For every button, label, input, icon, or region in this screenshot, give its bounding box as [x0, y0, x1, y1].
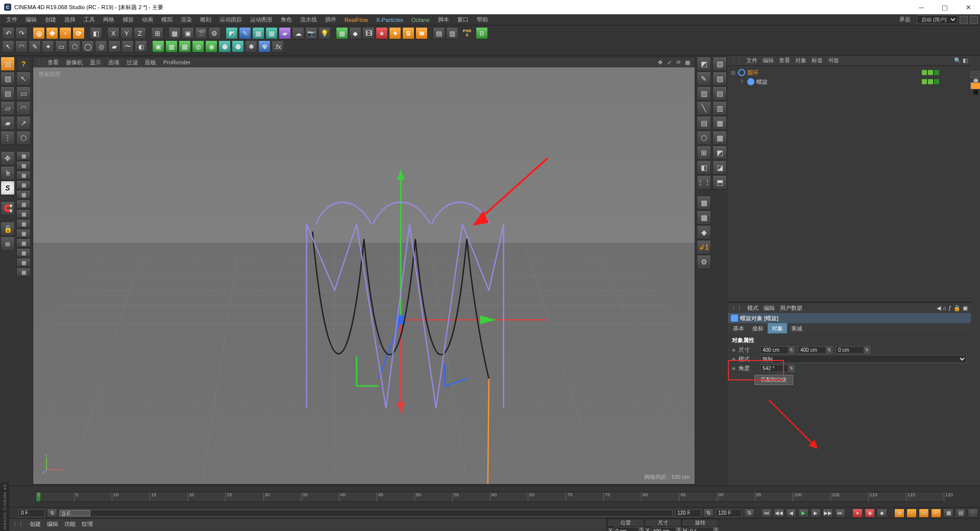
- size-x-input[interactable]: [760, 346, 789, 354]
- menu-sculpt[interactable]: 雕刻: [196, 15, 215, 25]
- rt-a1[interactable]: ◩: [697, 57, 711, 71]
- rt-b5[interactable]: ▦: [713, 116, 727, 130]
- edge-tab-1[interactable]: 内容浏览器: [970, 71, 980, 78]
- frame-end-input[interactable]: [675, 509, 701, 517]
- mouse-button[interactable]: 🖱: [1, 166, 15, 180]
- tr2-misc1[interactable]: ✱: [245, 40, 257, 53]
- lock-z-button[interactable]: Z: [134, 27, 146, 39]
- menu-simulate[interactable]: 模拟: [157, 15, 177, 25]
- move-button[interactable]: ✥: [46, 27, 58, 39]
- tr2-lasso[interactable]: ◠: [15, 40, 28, 53]
- rt-a5[interactable]: ▤: [697, 116, 711, 130]
- key-pos-button[interactable]: ✥: [894, 509, 904, 518]
- prev-frame-button[interactable]: ◀: [786, 509, 796, 518]
- tr2-nurbs2[interactable]: ⬣: [232, 40, 244, 53]
- lt-grid9[interactable]: ▦: [16, 229, 31, 238]
- viewport-3d[interactable]: 透视视图: [33, 67, 695, 484]
- vp-menu-panel[interactable]: 面板: [145, 59, 156, 66]
- size-z-input[interactable]: [836, 346, 864, 354]
- edge-mode-button[interactable]: ▱: [1, 101, 15, 115]
- tr2-brush[interactable]: ✎: [29, 40, 41, 53]
- tr2-poly[interactable]: ⬠: [68, 40, 81, 53]
- menu-pipeline[interactable]: 流水线: [296, 15, 321, 25]
- attr-menu-userdata[interactable]: 用户数据: [780, 304, 802, 312]
- menu-window[interactable]: 窗口: [453, 15, 473, 25]
- tr2-wand[interactable]: ✦: [42, 40, 54, 53]
- camera-button[interactable]: 📷: [305, 27, 317, 39]
- substance-s-button[interactable]: S: [402, 27, 414, 39]
- tr2-cursor[interactable]: ↖: [2, 40, 14, 53]
- rt-b7[interactable]: ◩: [713, 146, 727, 160]
- live-select-button[interactable]: ◎: [33, 27, 45, 39]
- menu-snap[interactable]: 捕捉: [118, 15, 138, 25]
- spinner[interactable]: ⇅: [826, 346, 832, 354]
- spinner[interactable]: ⇅: [789, 346, 795, 354]
- rt-b9[interactable]: ⬒: [713, 175, 727, 189]
- rt-b2[interactable]: ▨: [713, 71, 727, 86]
- drag-handle-icon[interactable]: ⋮⋮: [12, 521, 23, 527]
- menu-track[interactable]: 运动跟踪: [215, 15, 246, 25]
- axis-button[interactable]: ✥: [1, 151, 15, 165]
- array-button[interactable]: ▦: [265, 27, 278, 39]
- last-tool-button[interactable]: ◧: [90, 27, 102, 39]
- keyframe-sel-button[interactable]: ◆: [877, 509, 887, 518]
- environment-button[interactable]: ☁: [292, 27, 304, 39]
- attr-nav-new[interactable]: ▣: [963, 305, 968, 311]
- frame-start-spin[interactable]: ⇅: [47, 509, 57, 518]
- spinner[interactable]: ⇅: [864, 346, 870, 354]
- fit-to-parent-button[interactable]: 匹配到父级: [754, 375, 793, 385]
- rt-a7[interactable]: ⊞: [697, 146, 711, 160]
- menu-realflow[interactable]: RealFlow: [340, 16, 372, 24]
- om-menu-edit[interactable]: 编辑: [763, 57, 774, 64]
- mograph-button[interactable]: ▦: [336, 27, 348, 39]
- tr2-fx[interactable]: .fx: [272, 40, 284, 53]
- tree-label[interactable]: 螺旋: [756, 78, 920, 86]
- tag-sim-button[interactable]: ▤: [433, 27, 445, 39]
- menu-xparticles[interactable]: X-Particles: [372, 16, 407, 24]
- key-opt-button[interactable]: ▤: [955, 509, 966, 518]
- rt-a10[interactable]: ▦: [697, 196, 711, 210]
- rt-a12[interactable]: ◆: [697, 225, 711, 239]
- rotate-button[interactable]: ⟳: [72, 27, 85, 39]
- tr2-prim4[interactable]: ◍: [192, 40, 204, 53]
- vp-menu-prorender[interactable]: ProRender: [163, 59, 190, 65]
- layout-btn-a[interactable]: [960, 16, 968, 24]
- next-key-button[interactable]: ▶▶: [823, 509, 833, 518]
- mode-select[interactable]: 限制: [760, 355, 967, 363]
- tr2-prim1[interactable]: ▣: [152, 40, 164, 53]
- autokey-button[interactable]: ◉: [865, 509, 875, 518]
- tree-flags[interactable]: [922, 79, 939, 84]
- tree-item-ring[interactable]: ⊟ 圆环: [729, 68, 970, 77]
- tree-flags[interactable]: [922, 70, 939, 75]
- snap-s-button[interactable]: S: [1, 181, 15, 195]
- edge-tab-2[interactable]: 属性: [970, 82, 980, 89]
- hair-button[interactable]: ≋: [415, 27, 428, 39]
- goto-end-button[interactable]: ⏭: [835, 509, 845, 518]
- object-tree[interactable]: ⊟ 圆环 └ 螺旋: [728, 66, 971, 302]
- lt-grid3[interactable]: ▦: [16, 171, 31, 180]
- timeline-ruler[interactable]: 0510152025303540455055606570758085909510…: [36, 492, 944, 502]
- rt-a14[interactable]: ⚙: [697, 255, 711, 269]
- layout-btn-b[interactable]: [970, 16, 978, 24]
- menu-script[interactable]: 脚本: [434, 15, 453, 25]
- menu-plugins[interactable]: 插件: [321, 15, 340, 25]
- tag-misc-button[interactable]: ▥: [446, 27, 458, 39]
- lt-lasso[interactable]: ◠: [16, 101, 31, 115]
- lt-arrow[interactable]: ↗: [16, 116, 31, 130]
- om-menu-view[interactable]: 查看: [779, 57, 790, 64]
- tr2-misc2[interactable]: ✾: [258, 40, 271, 53]
- angle-input[interactable]: [760, 365, 789, 372]
- tree-item-helix[interactable]: └ 螺旋: [729, 77, 970, 86]
- mat-menu-edit[interactable]: 编辑: [47, 520, 58, 528]
- tree-label[interactable]: 圆环: [747, 69, 920, 77]
- frame-start-input[interactable]: [18, 509, 45, 517]
- vp-nav-layout[interactable]: ▦: [683, 58, 692, 66]
- spinner[interactable]: ⇅: [676, 527, 681, 531]
- menu-mograph[interactable]: 运动图形: [246, 15, 277, 25]
- menu-help[interactable]: 帮助: [473, 15, 492, 25]
- attr-nav-back[interactable]: ◀: [937, 305, 941, 311]
- key-more-button[interactable]: ⋮: [968, 509, 978, 518]
- rt-b6[interactable]: ▩: [713, 131, 727, 145]
- undo-button[interactable]: ↶: [2, 27, 14, 39]
- lt-rect[interactable]: ▭: [16, 86, 31, 101]
